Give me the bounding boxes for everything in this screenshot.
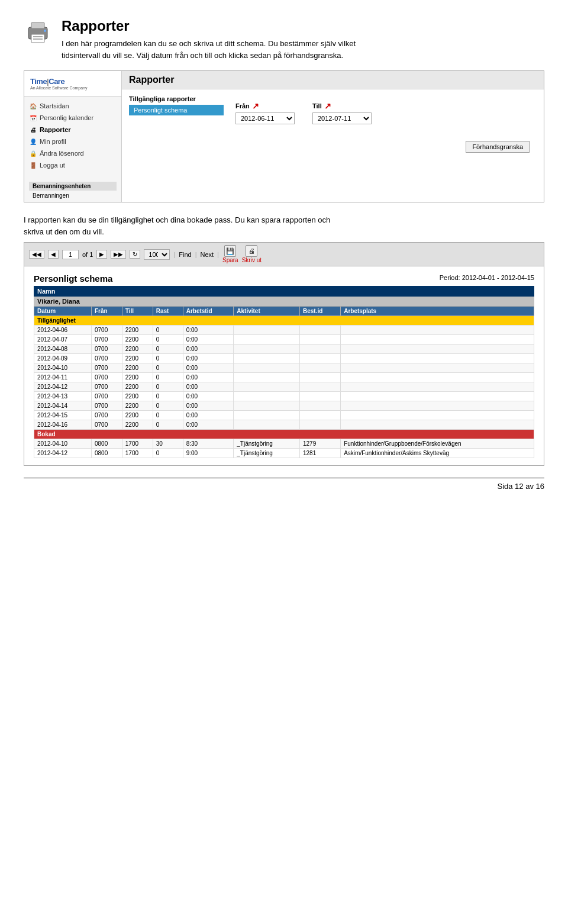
sidebar-nav: 🏠 Startsidan 📅 Personlig kalender 🖨 Rapp…	[24, 96, 121, 175]
sidebar-item-startsidan[interactable]: 🏠 Startsidan	[24, 100, 121, 112]
btn-row: Förhandsgranska	[235, 124, 537, 157]
table-row: 2012-04-11 0700 2200 0 0:00	[34, 373, 534, 382]
col-aktivitet: Aktivitet	[234, 307, 300, 316]
logout-icon: 🚪	[29, 161, 37, 169]
app-sidebar: Time|Care An Allocate Software Company 🏠…	[24, 71, 122, 202]
to-date-select[interactable]: 2012-07-11	[312, 112, 372, 124]
refresh-button[interactable]: ↻	[130, 250, 140, 259]
from-date-select[interactable]: 2012-06-11	[235, 112, 295, 124]
app-main: Rapporter Tillgängliga rapporter Personl…	[122, 71, 544, 202]
mid-text: I rapporten kan du se din tillgänglighet…	[24, 214, 544, 237]
report-content: Personligt schema Period: 2012-04-01 - 2…	[24, 266, 544, 465]
printer-icon	[24, 18, 52, 46]
section-title: Bemanningsenheten	[29, 182, 117, 191]
next-page-button[interactable]: ▶	[96, 250, 107, 259]
table-row: 2012-04-15 0700 2200 0 0:00	[34, 411, 534, 420]
col-fran: Från	[91, 307, 122, 316]
to-group: Till ↗ 2012-07-11	[312, 101, 372, 124]
selected-report[interactable]: Personligt schema	[129, 105, 224, 115]
svg-rect-4	[33, 38, 43, 40]
col-datum: Datum	[34, 307, 92, 316]
col-bestid: Best.id	[299, 307, 340, 316]
table-row: 2012-04-13 0700 2200 0 0:00	[34, 392, 534, 401]
to-label: Till ↗	[312, 101, 331, 111]
table-row: 2012-04-10 0700 2200 0 0:00	[34, 363, 534, 373]
col-rast: Rast	[153, 307, 183, 316]
sidebar-item-logga-ut[interactable]: 🚪 Logga ut	[24, 159, 121, 171]
table-row: 2012-04-16 0700 2200 0 0:00	[34, 420, 534, 430]
page-number: Sida 12 av 16	[497, 482, 544, 491]
svg-rect-1	[31, 22, 44, 28]
zoom-select[interactable]: 100%	[144, 249, 170, 260]
page-title: Rapporter	[62, 18, 356, 34]
home-icon: 🏠	[29, 102, 37, 110]
name-header: Namn	[34, 286, 534, 297]
sidebar-section-bemanningen: Bemanningsenheten Bemanningen	[24, 179, 121, 202]
table-row: 2012-04-10 0800 1700 30 8:30 _Tjänstgöri…	[34, 439, 534, 449]
report-toolbar: ◀◀ ◀ of 1 ▶ ▶▶ ↻ 100% | Find | Next | 💾 …	[24, 243, 544, 266]
profile-icon: 👤	[29, 137, 37, 146]
print-icon: 🖨	[246, 245, 257, 257]
last-page-button[interactable]: ▶▶	[111, 250, 126, 259]
from-arrow: ↗	[252, 101, 259, 111]
from-label: Från ↗	[235, 101, 259, 111]
header-desc: I den här programdelen kan du se och skr…	[62, 38, 356, 61]
from-group: Från ↗ 2012-06-11	[235, 101, 295, 124]
col-till: Till	[122, 307, 153, 316]
report-area: Tillgängliga rapporter Personligt schema…	[122, 89, 544, 163]
app-window-title: Rapporter	[122, 71, 544, 89]
svg-rect-3	[33, 36, 43, 37]
spara-label: Spara	[222, 257, 238, 263]
sidebar-item-min-profil[interactable]: 👤 Min profil	[24, 136, 121, 147]
prev-page-button[interactable]: ◀	[48, 250, 59, 259]
first-page-button[interactable]: ◀◀	[29, 250, 44, 259]
svg-point-5	[44, 30, 46, 32]
lock-icon: 🔒	[29, 149, 37, 157]
skriv-label: Skriv ut	[242, 257, 262, 263]
sidebar-item-rapporter[interactable]: 🖨 Rapporter	[24, 124, 121, 136]
page-footer: Sida 12 av 16	[24, 478, 544, 491]
table-row: 2012-04-08 0700 2200 0 0:00	[34, 345, 534, 354]
table-row: 2012-04-07 0700 2200 0 0:00	[34, 335, 534, 345]
spara-icon: 💾	[224, 245, 236, 257]
report-period: Period: 2012-04-01 - 2012-04-15	[440, 274, 534, 281]
table-row: 2012-04-12 0700 2200 0 0:00	[34, 382, 534, 392]
col-arbetstid: Arbetstid	[183, 307, 234, 316]
logo-text: Time|Care	[30, 77, 115, 86]
reports-label: Tillgängliga rapporter	[129, 95, 224, 102]
report-table: Datum Från Till Rast Arbetstid Aktivitet…	[34, 306, 534, 458]
sidebar-logo: Time|Care An Allocate Software Company	[24, 71, 121, 96]
section-tillganglighet: Tillgänglighet	[34, 316, 534, 326]
of-label: of 1	[82, 251, 93, 258]
table-row: 2012-04-09 0700 2200 0 0:00	[34, 354, 534, 363]
printer-nav-icon: 🖨	[29, 125, 37, 134]
app-screenshot: Time|Care An Allocate Software Company 🏠…	[24, 70, 544, 202]
name-value: Vikarie, Diana	[34, 297, 534, 306]
forhandsgranska-button[interactable]: Förhandsgranska	[466, 141, 530, 153]
to-arrow: ↗	[324, 101, 331, 111]
spara-button[interactable]: 💾 Spara	[222, 245, 238, 263]
sidebar-item-andra-losenord[interactable]: 🔒 Ändra lösenord	[24, 147, 121, 159]
page-number-input[interactable]	[62, 250, 79, 259]
table-row: 2012-04-12 0800 1700 0 9:00 _Tjänstgörin…	[34, 449, 534, 458]
page-header: Rapporter I den här programdelen kan du …	[24, 18, 544, 61]
col-arbetsplats: Arbetsplats	[341, 307, 534, 316]
date-row: Från ↗ 2012-06-11 Till ↗	[235, 101, 537, 124]
table-row: 2012-04-06 0700 2200 0 0:00	[34, 326, 534, 335]
next-label[interactable]: Next	[200, 251, 214, 258]
sidebar-item-personlig-kalender[interactable]: 📅 Personlig kalender	[24, 112, 121, 124]
table-row: 2012-04-14 0700 2200 0 0:00	[34, 401, 534, 411]
section-bokad: Bokad	[34, 430, 534, 439]
calendar-icon: 📅	[29, 114, 37, 122]
find-label: Find	[179, 251, 191, 258]
logo-allocate: An Allocate Software Company	[30, 86, 115, 90]
skriv-ut-button[interactable]: 🖨 Skriv ut	[242, 245, 262, 263]
report-viewer: ◀◀ ◀ of 1 ▶ ▶▶ ↻ 100% | Find | Next | 💾 …	[24, 242, 544, 466]
section-sub: Bemanningen	[29, 192, 117, 199]
